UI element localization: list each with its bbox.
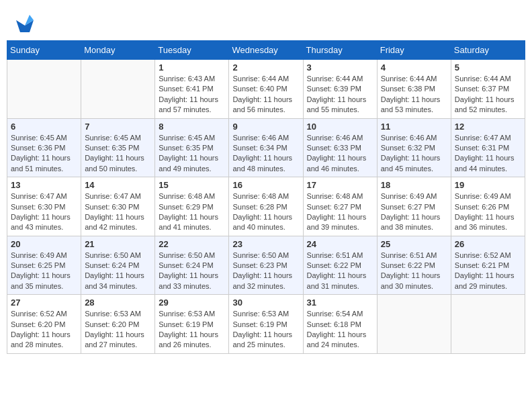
day-info: Sunrise: 6:48 AM Sunset: 6:28 PM Dayligh… [232,191,299,233]
calendar-cell: 26Sunrise: 6:52 AM Sunset: 6:21 PM Dayli… [451,236,525,295]
day-number: 20 [11,239,77,249]
calendar-cell: 27Sunrise: 6:52 AM Sunset: 6:20 PM Dayli… [7,295,81,354]
day-number: 3 [307,62,373,73]
weekday-header-monday: Monday [81,41,155,60]
calendar-cell: 10Sunrise: 6:46 AM Sunset: 6:33 PM Dayli… [303,118,377,177]
day-number: 11 [381,122,447,132]
calendar-cell: 3Sunrise: 6:44 AM Sunset: 6:39 PM Daylig… [303,60,377,119]
day-info: Sunrise: 6:44 AM Sunset: 6:40 PM Dayligh… [232,74,299,116]
day-info: Sunrise: 6:47 AM Sunset: 6:30 PM Dayligh… [11,191,77,233]
calendar-cell: 13Sunrise: 6:47 AM Sunset: 6:30 PM Dayli… [7,177,81,236]
calendar-cell: 21Sunrise: 6:50 AM Sunset: 6:24 PM Dayli… [81,236,155,295]
day-number: 5 [455,62,521,73]
day-info: Sunrise: 6:46 AM Sunset: 6:34 PM Dayligh… [232,133,299,175]
calendar-week-row: 27Sunrise: 6:52 AM Sunset: 6:20 PM Dayli… [7,295,525,354]
calendar-cell: 19Sunrise: 6:49 AM Sunset: 6:26 PM Dayli… [451,177,525,236]
day-number: 31 [307,298,373,308]
day-number: 26 [455,239,521,249]
day-info: Sunrise: 6:53 AM Sunset: 6:19 PM Dayligh… [159,309,225,351]
weekday-header-sunday: Sunday [7,41,81,60]
day-number: 21 [85,239,151,249]
day-info: Sunrise: 6:43 AM Sunset: 6:41 PM Dayligh… [159,74,225,116]
calendar-cell: 31Sunrise: 6:54 AM Sunset: 6:18 PM Dayli… [303,295,377,354]
day-number: 19 [455,180,521,190]
day-info: Sunrise: 6:44 AM Sunset: 6:38 PM Dayligh… [381,74,447,116]
svg-marker-0 [16,20,34,32]
day-number: 10 [307,122,373,132]
calendar-cell: 28Sunrise: 6:53 AM Sunset: 6:20 PM Dayli… [81,295,155,354]
day-number: 12 [455,122,521,132]
weekday-header-row: SundayMondayTuesdayWednesdayThursdayFrid… [7,41,525,60]
calendar-cell: 6Sunrise: 6:45 AM Sunset: 6:36 PM Daylig… [7,118,81,177]
day-info: Sunrise: 6:53 AM Sunset: 6:19 PM Dayligh… [232,309,299,351]
calendar-cell: 30Sunrise: 6:53 AM Sunset: 6:19 PM Dayli… [229,295,303,354]
weekday-header-thursday: Thursday [303,41,377,60]
day-number: 28 [85,298,151,308]
day-number: 2 [232,62,299,73]
calendar-table: SundayMondayTuesdayWednesdayThursdayFrid… [7,40,525,354]
calendar-cell: 23Sunrise: 6:50 AM Sunset: 6:23 PM Dayli… [229,236,303,295]
day-number: 4 [381,62,447,73]
day-number: 8 [159,122,225,132]
day-number: 16 [232,180,299,190]
day-info: Sunrise: 6:49 AM Sunset: 6:26 PM Dayligh… [455,191,521,233]
calendar-week-row: 13Sunrise: 6:47 AM Sunset: 6:30 PM Dayli… [7,177,525,236]
calendar-cell: 15Sunrise: 6:48 AM Sunset: 6:29 PM Dayli… [155,177,229,236]
day-info: Sunrise: 6:44 AM Sunset: 6:39 PM Dayligh… [307,74,373,116]
day-info: Sunrise: 6:54 AM Sunset: 6:18 PM Dayligh… [307,309,373,351]
day-info: Sunrise: 6:50 AM Sunset: 6:24 PM Dayligh… [85,250,151,292]
day-number: 23 [232,239,299,249]
day-number: 30 [232,298,299,308]
calendar-cell: 4Sunrise: 6:44 AM Sunset: 6:38 PM Daylig… [377,60,451,119]
calendar-cell [377,295,451,354]
calendar-cell [81,60,155,119]
calendar-cell: 22Sunrise: 6:50 AM Sunset: 6:24 PM Dayli… [155,236,229,295]
day-info: Sunrise: 6:52 AM Sunset: 6:20 PM Dayligh… [11,309,77,351]
day-number: 1 [159,62,225,73]
day-info: Sunrise: 6:50 AM Sunset: 6:24 PM Dayligh… [159,250,225,292]
calendar-cell: 29Sunrise: 6:53 AM Sunset: 6:19 PM Dayli… [155,295,229,354]
calendar-cell: 5Sunrise: 6:44 AM Sunset: 6:37 PM Daylig… [451,60,525,119]
day-info: Sunrise: 6:47 AM Sunset: 6:31 PM Dayligh… [455,133,521,175]
day-info: Sunrise: 6:50 AM Sunset: 6:23 PM Dayligh… [232,250,299,292]
day-info: Sunrise: 6:49 AM Sunset: 6:25 PM Dayligh… [11,250,77,292]
calendar-cell: 7Sunrise: 6:45 AM Sunset: 6:35 PM Daylig… [81,118,155,177]
calendar-cell: 16Sunrise: 6:48 AM Sunset: 6:28 PM Dayli… [229,177,303,236]
calendar-cell: 20Sunrise: 6:49 AM Sunset: 6:25 PM Dayli… [7,236,81,295]
calendar-cell: 24Sunrise: 6:51 AM Sunset: 6:22 PM Dayli… [303,236,377,295]
day-number: 13 [11,180,77,190]
calendar-cell: 2Sunrise: 6:44 AM Sunset: 6:40 PM Daylig… [229,60,303,119]
day-info: Sunrise: 6:44 AM Sunset: 6:37 PM Dayligh… [455,74,521,116]
day-info: Sunrise: 6:46 AM Sunset: 6:33 PM Dayligh… [307,133,373,175]
calendar-cell [7,60,81,119]
day-number: 9 [232,122,299,132]
day-info: Sunrise: 6:45 AM Sunset: 6:36 PM Dayligh… [11,133,77,175]
weekday-header-friday: Friday [377,41,451,60]
day-number: 15 [159,180,225,190]
calendar-week-row: 6Sunrise: 6:45 AM Sunset: 6:36 PM Daylig… [7,118,525,177]
day-info: Sunrise: 6:48 AM Sunset: 6:27 PM Dayligh… [307,191,373,233]
calendar-cell: 1Sunrise: 6:43 AM Sunset: 6:41 PM Daylig… [155,60,229,119]
calendar-week-row: 20Sunrise: 6:49 AM Sunset: 6:25 PM Dayli… [7,236,525,295]
calendar-cell: 9Sunrise: 6:46 AM Sunset: 6:34 PM Daylig… [229,118,303,177]
calendar-week-row: 1Sunrise: 6:43 AM Sunset: 6:41 PM Daylig… [7,60,525,119]
calendar-cell: 18Sunrise: 6:49 AM Sunset: 6:27 PM Dayli… [377,177,451,236]
day-number: 22 [159,239,225,249]
day-info: Sunrise: 6:52 AM Sunset: 6:21 PM Dayligh… [455,250,521,292]
weekday-header-saturday: Saturday [451,41,525,60]
day-info: Sunrise: 6:51 AM Sunset: 6:22 PM Dayligh… [307,250,373,292]
weekday-header-tuesday: Tuesday [155,41,229,60]
day-number: 29 [159,298,225,308]
day-info: Sunrise: 6:47 AM Sunset: 6:30 PM Dayligh… [85,191,151,233]
logo [13,13,35,34]
day-info: Sunrise: 6:49 AM Sunset: 6:27 PM Dayligh… [381,191,447,233]
calendar-cell: 14Sunrise: 6:47 AM Sunset: 6:30 PM Dayli… [81,177,155,236]
day-info: Sunrise: 6:53 AM Sunset: 6:20 PM Dayligh… [85,309,151,351]
page-header [7,7,525,37]
calendar-cell: 25Sunrise: 6:51 AM Sunset: 6:22 PM Dayli… [377,236,451,295]
day-info: Sunrise: 6:46 AM Sunset: 6:32 PM Dayligh… [381,133,447,175]
day-number: 24 [307,239,373,249]
calendar-cell [451,295,525,354]
calendar-cell: 8Sunrise: 6:45 AM Sunset: 6:35 PM Daylig… [155,118,229,177]
day-number: 7 [85,122,151,132]
